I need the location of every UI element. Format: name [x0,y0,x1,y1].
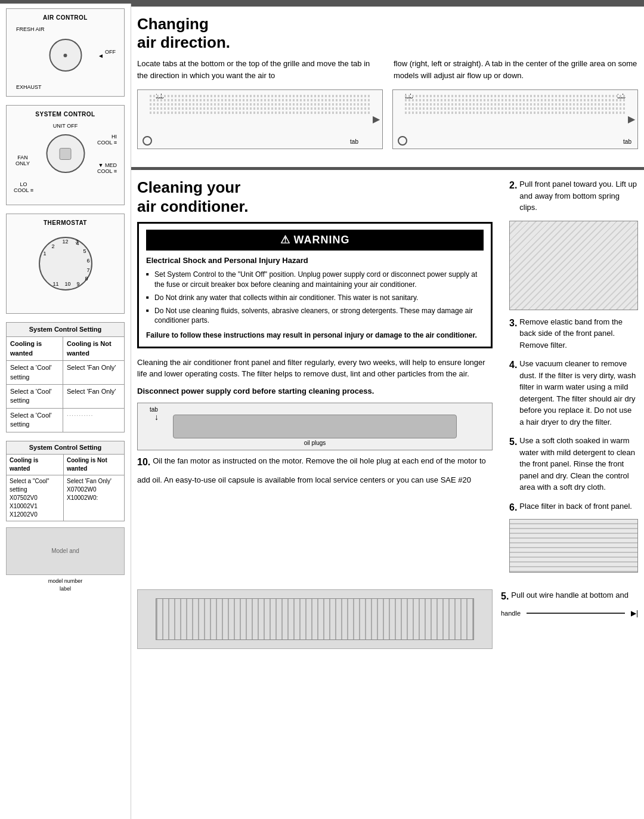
therm-num-6: 6 [86,257,89,265]
therm-num-2: 2 [52,243,55,251]
air-direction-content: Changing air direction. Locate tabs at t… [137,15,638,159]
handle-label: handle [501,609,521,618]
therm-num-10: 10 [65,280,71,288]
table2-r1c1: Select a "Cool" setting X07502V0 X10002V… [7,475,64,521]
warning-list: Set System Control to the "Unit Off" pos… [146,270,484,326]
table1-r1c2: Select 'Fan Only' [63,361,125,385]
circle-icon-2 [398,136,407,146]
cleaning-steps-right: 2. Pull front panel toward you. Lift up … [501,178,638,579]
off-label: OFF [105,48,116,56]
tab-label-bottom-right: tab [623,138,631,146]
step-5: 5. Use a soft cloth soaked in warm water… [509,435,638,493]
section-divider-1 [131,4,644,7]
step-4-text: Use vacuum cleaner to remove dust. If th… [519,358,638,428]
setting-table-1: System Control Setting Cooling is wanted… [6,322,125,432]
warning-subtitle: Electrical Shock and Personal Injury Haz… [146,255,484,266]
table2-col2-header: Cooling is Not wanted [63,454,124,475]
step-3-num: 3. [509,316,517,330]
setting-table-2: System Control Setting Cooling is wanted… [6,441,125,521]
table1-r1c1: Select a 'Cool' setting [7,361,63,385]
step-10: 10. Oil the fan motor as instructed on t… [137,455,493,467]
table1-r2c2: Select 'Fan Only' [63,384,125,408]
air-dir-diagram-2: tab tab ▶ tab [392,89,638,149]
motor-diagram [173,415,456,438]
step-2: 2. Pull front panel toward you. Lift up … [509,178,638,214]
therm-num-9: 9 [77,280,80,288]
warning-header: ⚠ WARNING [146,230,484,251]
table-row: Select a 'Cool' setting Select 'Fan Only… [7,384,125,408]
tab-label-bottom: tab [350,138,358,146]
cleaning-content: Cleaning your air conditioner. ⚠ WARNING… [137,178,493,579]
grille-lines-2 [405,95,626,137]
air-dir-diagram-1: tab ▶ tab [137,89,383,149]
step-4-num: 4. [509,358,517,372]
table-row: Select a 'Cool' setting ··········· [7,408,125,432]
step-2-text: Pull front panel toward you. Lift up and… [519,178,638,214]
oil-plug-label: oil plugs [304,439,326,447]
warning-item-2: Do Not drink any water that collects wit… [146,293,484,303]
warning-item-3: Do Not use cleaning fluids, solvents, ab… [146,306,484,326]
therm-num-1: 1 [44,250,47,258]
air-control-diagram: AIR CONTROL FRESH AIR OFF ◄ EXHAUST [6,8,125,97]
bottom-right-content: 5. Pull out wire handle at bottom and ha… [501,589,638,649]
step-3-text: Remove elastic band from the back side o… [519,316,638,351]
step-10-text: Oil the fan motor as instructed on the m… [153,455,493,467]
step-6: 6. Place filter in back of front panel. [509,500,638,512]
warning-box: ⚠ WARNING Electrical Shock and Personal … [137,222,493,348]
table1-col1-header: Cooling is wanted [7,337,63,361]
therm-num-8: 8 [85,275,88,283]
model-serial-label: model number label [6,577,125,592]
air-direction-section: Changing air direction. Locate tabs at t… [131,15,644,167]
step-10-num: 10. [137,455,150,469]
left-column: AIR CONTROL FRESH AIR OFF ◄ EXHAUST SYST… [0,4,131,819]
system-control-visual: UNIT OFF FANONLY HICOOL ≡ ▼ MEDCOOL ≡ LO… [10,122,120,200]
table2-r1c2: Select 'Fan Only' X07002W0 X10002W0: [63,475,124,521]
main-content: Changing air direction. Locate tabs at t… [131,4,644,819]
bottom-section: 5. Pull out wire handle at bottom and ha… [131,583,644,655]
exhaust-label: EXHAUST [16,84,42,91]
hi-cool-label: HICOOL ≡ [97,134,117,146]
unit-off-label: UNIT OFF [53,122,78,130]
step-2-num: 2. [509,178,517,193]
air-direction-diagrams: tab ▶ tab tab ta [137,89,638,149]
handle-section: handle ▶| [501,608,638,619]
warning-footer: Failure to follow these instructions may… [146,330,484,341]
system-control-knob[interactable] [46,134,85,173]
table1-r2c1: Select a 'Cool' setting [7,384,63,408]
step-5-bottom-text: Pull out wire handle at bottom and [511,589,638,601]
bottom-appliance-diagram [137,589,493,649]
fresh-air-label: FRESH AIR [16,26,45,33]
filter-image [509,519,638,573]
air-control-knob[interactable] [49,39,82,72]
fan-only-label: FANONLY [14,155,32,167]
table1-r3c2: ··········· [63,408,125,432]
air-direction-title: Changing air direction. [137,15,638,52]
cleaning-section: Cleaning your air conditioner. ⚠ WARNING… [131,178,644,579]
circle-icon-1 [143,136,152,146]
step-5-text: Use a soft cloth soaked in warm water wi… [519,435,638,493]
thermostat-knob[interactable]: 3 2 1 4 5 6 7 8 9 10 11 12 [39,237,92,290]
therm-num-5: 5 [83,248,86,255]
table-row: Select a "Cool" setting X07502V0 X10002V… [7,475,125,521]
section-divider-2 [131,167,644,170]
appliance-visual [156,598,475,640]
air-direction-intro: Locate tabs at the bottom or the top of … [137,58,638,81]
oil-arrow-icon: ↓ [154,412,159,424]
off-arrow: ◄ [98,52,104,60]
arrow-right-1: ▶ [373,113,380,126]
disconnect-text: Disconnect power supply cord before star… [137,386,493,397]
step-5-num: 5. [509,435,517,449]
intro-right: flow (right, left or straight). A tab in… [394,58,638,81]
step-6-text: Place filter in back of front panel. [519,500,638,512]
step-3: 3. Remove elastic band from the back sid… [509,316,638,351]
thermostat-title: THERMOSTAT [10,219,120,227]
lo-cool-label: LOCOOL ≡ [14,182,33,194]
table2-col1-header: Cooling is wanted [7,454,64,475]
step-6-num: 6. [509,500,517,515]
table-row: Select a 'Cool' setting Select 'Fan Only… [7,361,125,385]
therm-num-11: 11 [53,280,59,288]
therm-num-12: 12 [63,238,69,246]
air-control-visual: FRESH AIR OFF ◄ EXHAUST [10,26,120,91]
oil-diagram: tab ↓ oil plugs [137,403,493,450]
table1-col2-header: Cooling is Not wanted [63,337,125,361]
